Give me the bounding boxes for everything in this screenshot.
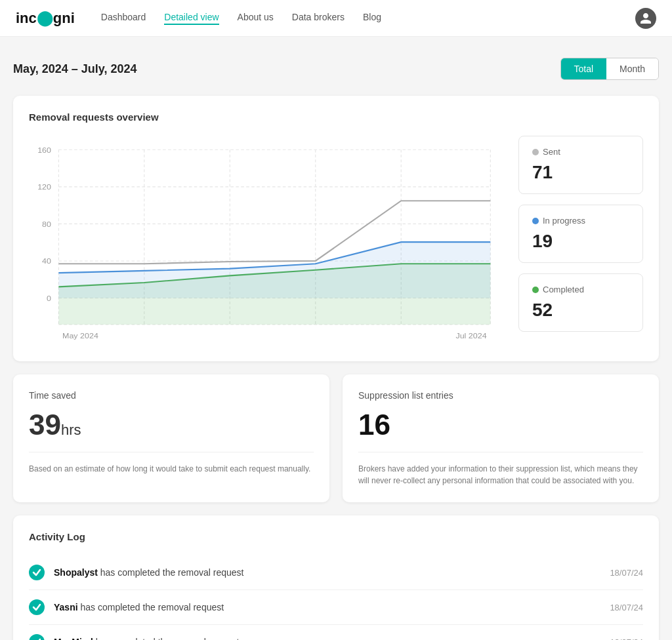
check-icon-0 xyxy=(29,565,45,580)
logo: inc⬤gni xyxy=(16,10,75,27)
suppression-card: Suppression list entries 16 Brokers have… xyxy=(343,374,659,502)
nav-right xyxy=(635,8,656,29)
toggle-total[interactable]: Total xyxy=(561,58,607,79)
suppression-value: 16 xyxy=(358,409,643,441)
logo-dot: ⬤ xyxy=(37,10,53,27)
chart-svg: 160 120 80 40 0 May 2024 xyxy=(29,136,505,346)
date-range: May, 2024 – July, 2024 xyxy=(13,62,136,76)
chart-card: Removal requests overview xyxy=(13,96,659,361)
activity-date-0: 18/07/24 xyxy=(610,568,643,578)
stat-completed: Completed 52 xyxy=(518,273,643,332)
nav-dashboard[interactable]: Dashboard xyxy=(101,12,146,25)
user-avatar[interactable] xyxy=(635,8,656,29)
stat-progress-value: 19 xyxy=(532,231,629,252)
activity-date-1: 18/07/24 xyxy=(610,603,643,612)
divider xyxy=(29,452,314,452)
divider-2 xyxy=(358,452,643,452)
navigation: inc⬤gni Dashboard Detailed view About us… xyxy=(0,0,672,37)
svg-text:120: 120 xyxy=(37,182,51,191)
nav-detailed-view[interactable]: Detailed view xyxy=(164,12,219,25)
nav-blog[interactable]: Blog xyxy=(363,12,381,25)
progress-dot xyxy=(532,218,539,224)
activity-date-2: 12/07/24 xyxy=(610,637,643,641)
bottom-cards: Time saved 39hrs Based on an estimate of… xyxy=(13,374,659,502)
stat-sent: Sent 71 xyxy=(518,136,643,194)
activity-item-1: Yasni has completed the removal request … xyxy=(29,590,643,625)
check-icon-1 xyxy=(29,599,45,615)
nav-links: Dashboard Detailed view About us Data br… xyxy=(101,12,381,25)
svg-marker-18 xyxy=(58,242,490,298)
activity-text-0: Shopalyst has completed the removal requ… xyxy=(54,567,610,578)
svg-text:160: 160 xyxy=(37,146,51,155)
chart-area: 160 120 80 40 0 May 2024 xyxy=(29,136,505,346)
chart-container: 160 120 80 40 0 May 2024 xyxy=(29,136,643,346)
svg-text:Jul 2024: Jul 2024 xyxy=(455,332,486,341)
view-toggle: Total Month xyxy=(560,58,660,80)
stat-sent-value: 71 xyxy=(532,162,629,183)
toggle-month[interactable]: Month xyxy=(606,58,658,79)
svg-text:May 2024: May 2024 xyxy=(62,332,98,341)
date-header: May, 2024 – July, 2024 Total Month xyxy=(13,58,659,80)
activity-log-title: Activity Log xyxy=(29,531,643,542)
chart-title: Removal requests overview xyxy=(29,111,643,123)
stat-completed-label: Completed xyxy=(532,285,629,294)
stat-sent-label: Sent xyxy=(532,147,629,157)
check-icon-2 xyxy=(29,634,45,640)
stat-completed-value: 52 xyxy=(532,300,629,321)
stat-in-progress: In progress 19 xyxy=(518,205,643,263)
activity-text-2: MaxMind has completed the removal reques… xyxy=(54,637,610,640)
stat-progress-label: In progress xyxy=(532,216,629,226)
time-saved-caption: Based on an estimate of how long it woul… xyxy=(29,463,314,475)
activity-item: Shopalyst has completed the removal requ… xyxy=(29,555,643,590)
activity-log-card: Activity Log Shopalyst has completed the… xyxy=(13,515,659,640)
completed-dot xyxy=(532,287,539,293)
suppression-caption: Brokers have added your information to t… xyxy=(358,463,643,487)
svg-text:40: 40 xyxy=(42,257,51,266)
nav-data-brokers[interactable]: Data brokers xyxy=(292,12,345,25)
time-saved-value: 39hrs xyxy=(29,409,314,441)
main-content: May, 2024 – July, 2024 Total Month Remov… xyxy=(0,37,672,640)
time-saved-title: Time saved xyxy=(29,390,314,401)
sent-dot xyxy=(532,149,539,155)
time-saved-card: Time saved 39hrs Based on an estimate of… xyxy=(13,374,329,502)
activity-item-2: MaxMind has completed the removal reques… xyxy=(29,625,643,640)
svg-text:0: 0 xyxy=(47,294,51,303)
suppression-title: Suppression list entries xyxy=(358,390,643,401)
nav-about-us[interactable]: About us xyxy=(238,12,274,25)
svg-text:80: 80 xyxy=(42,220,51,229)
chart-legend: Sent 71 In progress 19 Completed xyxy=(518,136,643,346)
activity-text-1: Yasni has completed the removal request xyxy=(54,602,610,612)
